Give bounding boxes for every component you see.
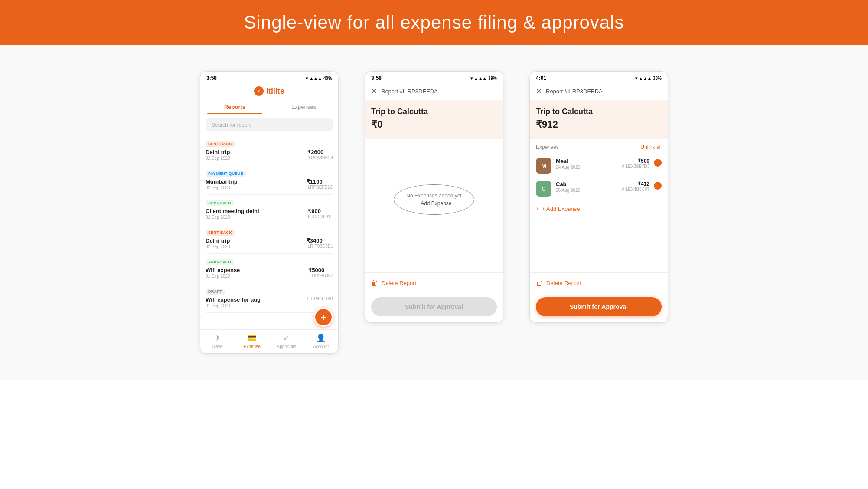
delete-label-3[interactable]: Delete Report bbox=[546, 280, 581, 286]
trash-icon-3: 🗑 bbox=[536, 279, 543, 287]
signal-icon-2: ▲▲▲ bbox=[474, 76, 487, 81]
search-placeholder: Search for report bbox=[212, 122, 251, 128]
report-list: SENT BACK Delhi trip 02 Sep 2020 ₹2600 I… bbox=[200, 136, 338, 316]
signal-icon: ▲▲▲ bbox=[309, 76, 322, 81]
report-name-6: Wifi expense for aug bbox=[206, 296, 261, 303]
expense-date-meal: 24 Aug 2020 bbox=[556, 165, 618, 170]
phone-mockup-2: 3:58 ▾ ▲▲▲ 39% ✕ Report #ILRP3DEEDA Trip… bbox=[365, 71, 503, 323]
report-header-2: ✕ Report #ILRP3DEEDA bbox=[365, 83, 503, 100]
report-item-6[interactable]: DRAFT Wifi expense for aug 01 Sep 2020 I… bbox=[206, 283, 333, 313]
expense-right-cab: ₹412 #ILEX4B8C87 bbox=[622, 181, 649, 192]
expense-id-meal: #ILEX39E7D3 bbox=[622, 164, 649, 169]
badge-payment-queue-2: PAYMENT QUEUE bbox=[206, 171, 246, 177]
report-header-3: ✕ Report #ILRP3DEEDA bbox=[530, 83, 668, 100]
expenses-label-3: Expenses bbox=[536, 144, 559, 150]
report-item-5[interactable]: APPROVED Wifi expense 01 Sep 2020 ₹5000 … bbox=[206, 254, 333, 283]
badge-draft-6: DRAFT bbox=[206, 289, 225, 295]
empty-oval[interactable]: No Expenses added yet + Add Expense bbox=[394, 184, 474, 215]
expense-item-cab[interactable]: C Cab 26 Aug 2020 ₹412 #ILEX4B8C87 − bbox=[536, 177, 662, 200]
nav-expense[interactable]: 💳 Expense bbox=[235, 333, 270, 349]
close-button-2[interactable]: ✕ bbox=[371, 87, 377, 95]
add-expense-text-3[interactable]: + Add Expense bbox=[542, 206, 580, 212]
phone-2: 3:58 ▾ ▲▲▲ 39% ✕ Report #ILRP3DEEDA Trip… bbox=[365, 71, 503, 323]
phone-1: 3:58 ▾ ▲▲▲ 40% ✓ itilite Reports Expense… bbox=[200, 71, 339, 354]
logo-icon: ✓ bbox=[254, 86, 264, 96]
time-2: 3:58 bbox=[371, 75, 382, 81]
report-amount-2: ₹1100 bbox=[307, 178, 333, 185]
report-id-2: ILRPBEFE1C bbox=[307, 185, 333, 190]
unlink-all-button[interactable]: Unlink all bbox=[640, 144, 662, 150]
report-amount-3: ₹900 bbox=[308, 208, 333, 214]
delete-report-3[interactable]: 🗑 Delete Report bbox=[530, 272, 668, 293]
phone-3: 4:01 ▾ ▲▲▲ 38% ✕ Report #ILRP3DEEDA Trip… bbox=[529, 71, 668, 323]
report-amount-5: ₹5000 bbox=[308, 267, 333, 273]
report-hero-amount-3: ₹912 bbox=[536, 119, 662, 130]
report-hero-amount-2: ₹0 bbox=[371, 119, 497, 130]
delete-label-2[interactable]: Delete Report bbox=[382, 280, 416, 286]
fab-add-button[interactable]: + bbox=[314, 308, 333, 327]
tab-expenses[interactable]: Expenses bbox=[269, 99, 338, 114]
report-date-1: 02 Sep 2020 bbox=[206, 156, 230, 161]
report-amount-1: ₹2600 bbox=[307, 149, 333, 155]
report-date-3: 02 Sep 2020 bbox=[206, 215, 259, 220]
logo-text: itilite bbox=[266, 87, 284, 96]
report-header-title-2: Report #ILRP3DEEDA bbox=[381, 88, 438, 95]
remove-meal-button[interactable]: − bbox=[654, 159, 662, 167]
expense-name-meal: Meal bbox=[556, 158, 618, 164]
report-name-3: Client meeting delhi bbox=[206, 208, 259, 214]
nav-travel[interactable]: ✈ Travel bbox=[200, 333, 235, 349]
report-hero-name-3: Trip to Calcutta bbox=[536, 107, 662, 116]
report-item-1[interactable]: SENT BACK Delhi trip 02 Sep 2020 ₹2600 I… bbox=[206, 136, 333, 165]
nav-account[interactable]: 👤 Account bbox=[304, 333, 339, 349]
submit-button-2[interactable]: Submit for Approval bbox=[371, 297, 497, 316]
nav-expense-label: Expense bbox=[244, 344, 261, 349]
time-1: 3:58 bbox=[206, 75, 217, 81]
status-icons-2: ▾ ▲▲▲ 39% bbox=[470, 76, 497, 81]
app-logo: ✓ itilite bbox=[200, 83, 338, 98]
report-hero-3: Trip to Calcutta ₹912 bbox=[530, 100, 668, 139]
report-name-4: Delhi trip bbox=[206, 237, 230, 244]
tab-reports[interactable]: Reports bbox=[200, 99, 269, 114]
report-item-3[interactable]: APPROVED Client meeting delhi 02 Sep 202… bbox=[206, 195, 333, 224]
report-date-4: 02 Sep 2020 bbox=[206, 244, 230, 249]
spacer-3 bbox=[530, 219, 668, 272]
bottom-nav: ✈ Travel 💳 Expense ✓ Approvals 👤 Account bbox=[200, 329, 338, 353]
trash-icon-2: 🗑 bbox=[371, 279, 378, 287]
expense-avatar-meal: M bbox=[536, 158, 551, 174]
delete-report-2[interactable]: 🗑 Delete Report bbox=[365, 272, 503, 293]
close-button-3[interactable]: ✕ bbox=[536, 87, 542, 95]
remove-cab-button[interactable]: − bbox=[654, 182, 662, 190]
search-bar[interactable]: Search for report bbox=[206, 118, 333, 131]
wifi-icon-3: ▾ bbox=[635, 76, 637, 81]
header-banner: Single-view for all expense filing & app… bbox=[0, 0, 868, 45]
expenses-header-3: Expenses Unlink all bbox=[536, 144, 662, 150]
nav-approvals[interactable]: ✓ Approvals bbox=[269, 333, 304, 349]
report-name-1: Delhi trip bbox=[206, 149, 230, 155]
plus-icon-3: + bbox=[536, 206, 539, 212]
expense-date-cab: 26 Aug 2020 bbox=[556, 188, 618, 193]
report-id-1: ILRPA4B6C4 bbox=[307, 155, 333, 160]
wifi-icon: ▾ bbox=[306, 76, 308, 81]
submit-container-2: Submit for Approval bbox=[365, 293, 503, 322]
report-item-4[interactable]: SENT BACK Delhi trip 02 Sep 2020 ₹3400 I… bbox=[206, 224, 333, 254]
submit-button-3[interactable]: Submit for Approval bbox=[536, 297, 662, 316]
status-icons-1: ▾ ▲▲▲ 40% bbox=[306, 76, 332, 81]
expense-info-cab: Cab 26 Aug 2020 bbox=[556, 181, 618, 193]
badge-sent-back-1: SENT BACK bbox=[206, 141, 235, 147]
add-expense-link-3[interactable]: + + Add Expense bbox=[536, 200, 662, 214]
report-date-2: 02 Sep 2020 bbox=[206, 185, 238, 190]
spacer-2 bbox=[365, 260, 503, 272]
main-content: 3:58 ▾ ▲▲▲ 40% ✓ itilite Reports Expense… bbox=[0, 45, 868, 380]
expense-name-cab: Cab bbox=[556, 181, 618, 187]
expense-item-meal[interactable]: M Meal 24 Aug 2020 ₹500 #ILEX39E7D3 − bbox=[536, 154, 662, 177]
battery-3: 38% bbox=[653, 76, 662, 81]
expense-amount-cab: ₹412 bbox=[622, 181, 649, 187]
expense-icon: 💳 bbox=[247, 333, 257, 343]
expense-amount-meal: ₹500 bbox=[622, 158, 649, 164]
status-bar-1: 3:58 ▾ ▲▲▲ 40% bbox=[200, 72, 338, 83]
add-expense-empty[interactable]: + Add Expense bbox=[406, 200, 461, 207]
report-amount-4: ₹3400 bbox=[307, 237, 333, 244]
empty-state-2: No Expenses added yet + Add Expense bbox=[365, 139, 503, 260]
report-item-2[interactable]: PAYMENT QUEUE Mumbai trip 02 Sep 2020 ₹1… bbox=[206, 165, 333, 195]
account-icon: 👤 bbox=[316, 333, 326, 343]
